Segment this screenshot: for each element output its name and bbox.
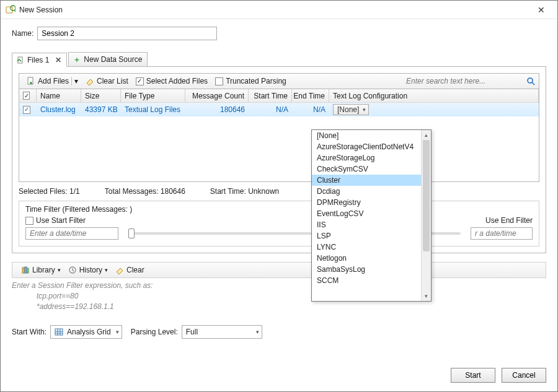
svg-rect-8 — [25, 267, 27, 273]
col-name[interactable]: Name — [37, 89, 81, 102]
dropdown-option[interactable]: LSP — [312, 230, 421, 242]
history-button[interactable]: History ▾ — [64, 263, 112, 277]
eraser-icon — [86, 77, 94, 85]
tab-new-data-source[interactable]: ＋ New Data Source — [68, 52, 148, 66]
clear-filter-button[interactable]: Clear — [112, 263, 148, 277]
truncated-parsing-checkbox[interactable]: Truncated Parsing — [215, 77, 286, 85]
svg-rect-9 — [27, 268, 29, 273]
clear-list-button[interactable]: Clear List — [82, 74, 132, 88]
dropdown-option[interactable]: SCCM — [312, 275, 421, 286]
row-name: Cluster.log — [37, 103, 81, 116]
dropdown-option[interactable]: [None] — [312, 130, 421, 141]
library-icon — [21, 266, 30, 274]
scroll-thumb[interactable] — [423, 140, 430, 251]
text-log-config-dropdown[interactable]: [None] ▾ — [333, 104, 369, 115]
use-end-filter-checkbox[interactable]: Use End Filter — [485, 216, 533, 225]
dropdown-option[interactable]: Netlogon — [312, 253, 421, 264]
parsing-level-combo[interactable]: Full ▾ — [182, 325, 262, 339]
search-icon[interactable] — [526, 77, 535, 85]
tab-files-label: Files 1 — [27, 56, 49, 64]
chevron-down-icon: ▾ — [58, 267, 61, 273]
col-starttime[interactable]: Start Time — [249, 89, 292, 102]
title-bar: New Session ✕ — [1, 1, 557, 19]
use-start-filter-checkbox[interactable]: Use Start Filter — [25, 216, 86, 225]
plus-icon: ＋ — [73, 55, 81, 64]
tabstrip: Files 1 ✕ ＋ New Data Source — [12, 51, 546, 66]
add-files-icon — [27, 77, 35, 85]
clear-list-label: Clear List — [97, 77, 128, 85]
search-input[interactable] — [405, 76, 523, 86]
dropdown-option[interactable]: DPMRegistry — [312, 197, 421, 208]
slider-thumb-start[interactable] — [128, 229, 135, 238]
truncated-label: Truncated Parsing — [226, 77, 286, 85]
filter-toolbar: Library ▾ History ▾ Clear — [12, 262, 546, 278]
parsing-level-label: Parsing Level: — [131, 328, 178, 336]
add-files-caret[interactable]: ▾ — [71, 77, 78, 85]
footer: Start Cancel — [12, 368, 546, 383]
start-date-input[interactable] — [25, 227, 118, 240]
start-with-row: Start With: Analysis Grid ▾ Parsing Leve… — [12, 325, 546, 339]
start-time-summary: Start Time: Unknown — [210, 187, 279, 196]
grid-blank — [19, 116, 539, 181]
select-added-checkbox[interactable]: ✓ Select Added Files — [136, 77, 208, 85]
col-msgcount[interactable]: Message Count — [185, 89, 249, 102]
dropdown-option[interactable]: CheckSymCSV — [312, 163, 421, 175]
svg-line-2 — [14, 10, 16, 12]
row-msgcount: 180646 — [185, 103, 249, 116]
text-log-config-dropdown-list[interactable]: [None]AzureStorageClientDotNetV4AzureSto… — [311, 129, 432, 302]
start-with-combo[interactable]: Analysis Grid ▾ — [50, 325, 122, 339]
svg-rect-11 — [55, 329, 63, 335]
total-messages: Total Messages: 180646 — [105, 187, 185, 196]
chevron-down-icon: ▾ — [116, 329, 119, 335]
select-all-checkbox[interactable]: ✓ — [23, 92, 30, 100]
checkbox-empty-icon — [215, 77, 223, 85]
add-files-label: Add Files — [38, 77, 69, 85]
window-title: New Session — [19, 6, 529, 14]
selected-files: Selected Files: 1/1 — [19, 187, 80, 196]
table-row[interactable]: ✓ Cluster.log 43397 KB Textual Log Files… — [19, 103, 539, 116]
cancel-button[interactable]: Cancel — [502, 368, 546, 383]
library-button[interactable]: Library ▾ — [17, 263, 64, 277]
history-icon — [68, 266, 77, 274]
row-checkbox[interactable]: ✓ — [23, 106, 30, 114]
scroll-up-icon[interactable]: ▴ — [422, 130, 431, 140]
dropdown-option[interactable]: Cluster — [312, 175, 421, 186]
col-textlog[interactable]: Text Log Configuration — [329, 89, 539, 102]
dropdown-selected: [None] — [337, 105, 359, 114]
end-date-input[interactable] — [471, 227, 533, 240]
close-button[interactable]: ✕ — [529, 5, 554, 15]
dropdown-option[interactable]: IIS — [312, 219, 421, 230]
dropdown-option[interactable]: EventLogCSV — [312, 208, 421, 219]
name-label: Name: — [12, 29, 33, 38]
start-button[interactable]: Start — [451, 368, 495, 383]
chevron-down-icon: ▾ — [363, 107, 366, 113]
svg-rect-7 — [22, 268, 24, 273]
dropdown-option[interactable]: AzureStorageClientDotNetV4 — [312, 141, 421, 152]
chevron-down-icon: ▾ — [105, 267, 108, 273]
grid-header: ✓ Name Size File Type Message Count Star… — [19, 89, 539, 103]
dropdown-option[interactable]: Dcdiag — [312, 186, 421, 197]
files-grid: ✓ Name Size File Type Message Count Star… — [19, 89, 539, 182]
dropdown-option[interactable]: SambaSysLog — [312, 264, 421, 275]
select-added-label: Select Added Files — [146, 77, 208, 85]
scroll-down-icon[interactable]: ▾ — [422, 291, 431, 301]
col-size[interactable]: Size — [81, 89, 121, 102]
files-toolbar: Add Files ▾ Clear List ✓ Select Added Fi… — [19, 73, 539, 89]
new-session-window: New Session ✕ Name: Files 1 ✕ ＋ New Data… — [0, 0, 558, 392]
col-endtime[interactable]: End Time — [292, 89, 329, 102]
col-filetype[interactable]: File Type — [121, 89, 185, 102]
files-panel: Add Files ▾ Clear List ✓ Select Added Fi… — [12, 66, 546, 253]
name-row: Name: — [12, 27, 546, 40]
dropdown-option[interactable]: LYNC — [312, 242, 421, 253]
eraser-icon — [115, 266, 124, 274]
dropdown-option[interactable]: AzureStorageLog — [312, 152, 421, 163]
tab-newds-label: New Data Source — [84, 55, 142, 64]
tab-files[interactable]: Files 1 ✕ — [12, 53, 67, 67]
add-files-button[interactable]: Add Files ▾ — [23, 74, 82, 88]
session-name-input[interactable] — [37, 27, 217, 40]
scrollbar[interactable]: ▴ ▾ — [421, 130, 431, 301]
grid-icon — [55, 328, 63, 336]
row-size: 43397 KB — [81, 103, 121, 116]
svg-line-6 — [532, 82, 534, 85]
tab-close-icon[interactable]: ✕ — [55, 56, 61, 64]
